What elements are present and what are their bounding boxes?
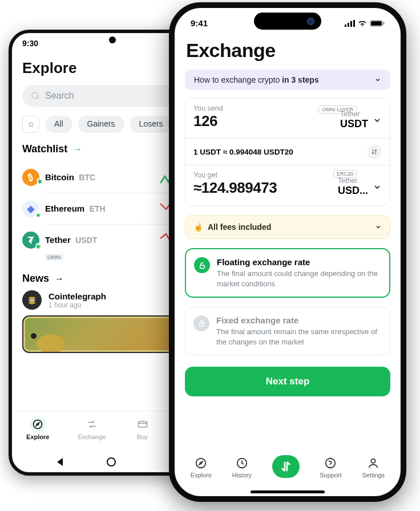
coin-ticker: USDT xyxy=(75,236,97,245)
send-amount-input[interactable]: 126 xyxy=(193,112,223,130)
floating-desc: The final amount could change depending … xyxy=(217,269,381,289)
rate-text: 1 USDT ≈ 0.994048 USDT20 xyxy=(193,148,293,156)
bitcoin-icon: ₿ ★ xyxy=(21,167,42,188)
floating-title: Floating exchange rate xyxy=(217,257,381,267)
tether-icon: ₮ ★ xyxy=(22,232,39,249)
floating-rate-card[interactable]: Floating exchange rate The final amount … xyxy=(185,248,390,298)
news-heading: News xyxy=(22,273,49,285)
svg-rect-9 xyxy=(348,23,349,27)
chevron-down-icon xyxy=(375,224,382,230)
coin-ticker: BTC xyxy=(79,173,95,182)
fixed-rate-card[interactable]: Fixed exchange rate The final amount rem… xyxy=(185,307,390,355)
ios-time: 9:41 xyxy=(191,18,208,28)
compass-icon xyxy=(32,419,43,430)
ethereum-icon: ◆ ★ xyxy=(22,200,39,217)
chevron-down-icon xyxy=(373,116,382,125)
star-icon: ★ xyxy=(35,212,41,219)
coin-name: Ethereum xyxy=(45,204,84,213)
svg-rect-13 xyxy=(371,21,382,26)
chain-badge: ERC20 xyxy=(333,170,357,178)
pointing-up-icon: ☝️ xyxy=(193,222,203,232)
get-token-selector[interactable]: Tether USD... xyxy=(338,177,382,197)
coins-icon xyxy=(26,294,38,306)
back-softkey[interactable] xyxy=(57,458,63,466)
star-icon: ★ xyxy=(36,177,43,186)
news-time: 1 hour ago xyxy=(49,301,106,309)
chain-badge: OMNI xyxy=(45,254,63,261)
android-time: 9:30 xyxy=(22,39,38,48)
battery-icon xyxy=(370,20,385,27)
watchlist-heading: Watchlist xyxy=(22,143,67,155)
svg-rect-15 xyxy=(200,265,204,268)
nav-explore[interactable]: Explore xyxy=(191,457,212,478)
user-icon xyxy=(367,457,379,469)
you-get-panel: ERC20 You get ≈124.989473 Tether USD... xyxy=(185,165,390,205)
chevron-down-icon xyxy=(374,76,381,83)
coin-name: Bitcoin xyxy=(45,172,74,182)
nav-exchange[interactable]: Exchange xyxy=(78,416,106,440)
coin-name: Tether xyxy=(45,235,71,245)
chip-gainers[interactable]: Gainers xyxy=(78,116,124,133)
wifi-icon xyxy=(358,20,367,27)
get-label: You get xyxy=(193,171,277,179)
exchange-title: Exchange xyxy=(186,39,389,62)
svg-rect-6 xyxy=(138,421,147,427)
svg-marker-18 xyxy=(200,461,203,465)
home-softkey[interactable] xyxy=(107,457,116,467)
swap-direction-button[interactable] xyxy=(367,144,382,159)
news-source: Cointelegraph xyxy=(49,291,106,301)
ios-phone-frame: 9:41 Exchange How to exchange crypto in … xyxy=(169,2,406,502)
cellular-icon xyxy=(345,20,355,27)
next-step-button[interactable]: Next step xyxy=(185,367,390,396)
svg-point-3 xyxy=(29,302,35,305)
star-icon: ★ xyxy=(35,243,41,250)
nav-support[interactable]: Support xyxy=(320,457,342,478)
ios-home-indicator[interactable] xyxy=(251,490,325,493)
fixed-title: Fixed exchange rate xyxy=(216,315,382,325)
chat-icon xyxy=(324,457,337,469)
svg-rect-10 xyxy=(350,21,352,27)
search-icon xyxy=(30,91,41,101)
exchange-form: OMNI LAYER You send 126 Tether USDT 1 US… xyxy=(185,98,390,206)
lock-icon xyxy=(193,315,209,331)
clock-icon xyxy=(236,457,248,469)
card-icon xyxy=(137,419,148,430)
chip-all[interactable]: All xyxy=(45,116,72,133)
coin-ticker: ETH xyxy=(90,204,106,213)
svg-rect-14 xyxy=(383,22,385,25)
nav-history[interactable]: History xyxy=(232,457,252,478)
chip-star[interactable]: ☆ xyxy=(22,116,39,133)
nav-exchange-fab[interactable] xyxy=(272,455,300,480)
svg-point-0 xyxy=(32,92,38,99)
send-label: You send xyxy=(193,104,223,112)
nav-settings[interactable]: Settings xyxy=(362,457,385,478)
rate-row: 1 USDT ≈ 0.994048 USDT20 xyxy=(185,139,390,165)
news-avatar xyxy=(22,290,42,310)
howto-banner[interactable]: How to exchange crypto in 3 steps xyxy=(185,70,390,90)
search-placeholder: Search xyxy=(45,91,74,101)
svg-rect-16 xyxy=(199,323,204,326)
nav-buy[interactable]: Buy xyxy=(135,416,151,440)
dynamic-island xyxy=(254,13,321,30)
svg-point-21 xyxy=(371,459,375,463)
svg-point-17 xyxy=(196,459,206,468)
swap-vertical-icon xyxy=(370,148,378,156)
android-camera-hole xyxy=(109,36,116,43)
swap-icon xyxy=(86,419,98,430)
fees-banner[interactable]: ☝️All fees included xyxy=(185,215,390,239)
swap-icon xyxy=(279,460,293,473)
chip-losers[interactable]: Losers xyxy=(130,116,172,133)
chevron-down-icon xyxy=(373,182,382,192)
ios-bottom-nav: Explore History Support Settings xyxy=(175,451,401,485)
svg-marker-5 xyxy=(37,423,39,425)
nav-explore[interactable]: Explore xyxy=(26,416,49,440)
fixed-desc: The final amount remain the same irrespe… xyxy=(216,327,382,347)
unlock-icon xyxy=(194,257,210,273)
you-send-panel: OMNI LAYER You send 126 Tether USDT xyxy=(185,99,390,139)
svg-rect-8 xyxy=(345,25,346,27)
compass-icon xyxy=(195,457,207,469)
svg-point-20 xyxy=(326,459,336,468)
arrow-right-icon: → xyxy=(55,274,64,284)
chain-badge: OMNI LAYER xyxy=(318,106,357,113)
explore-title: Explore xyxy=(22,59,76,77)
